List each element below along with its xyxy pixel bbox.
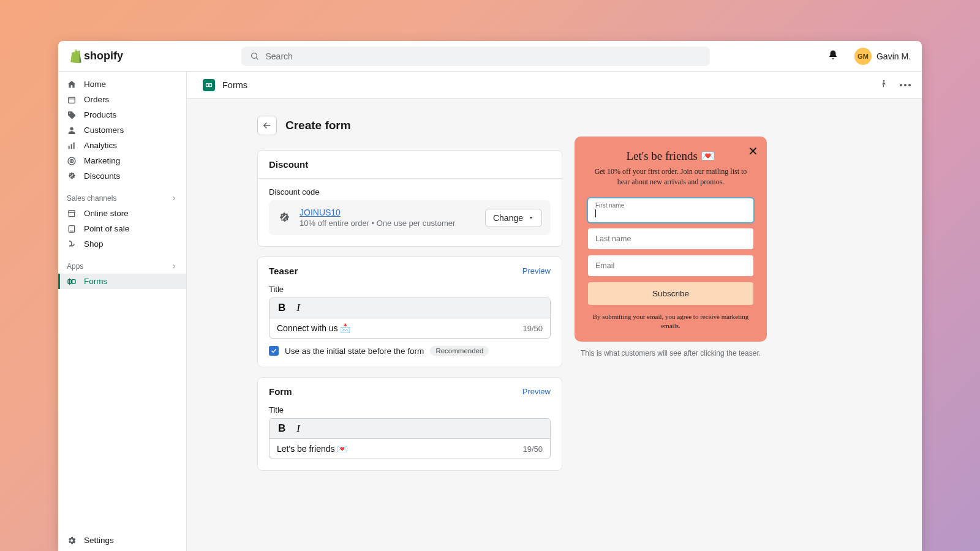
- sidebar-item-label: Shop: [84, 239, 104, 249]
- change-discount-button[interactable]: Change: [485, 209, 542, 227]
- sidebar-item-label: Analytics: [84, 141, 117, 150]
- sidebar-item-settings[interactable]: Settings: [58, 536, 186, 551]
- first-name-field[interactable]: First name: [588, 198, 753, 222]
- preview-legal-text: By submitting your email, you agree to r…: [588, 312, 753, 331]
- search-input[interactable]: Search: [241, 47, 710, 66]
- bold-button[interactable]: B: [278, 302, 285, 314]
- sidebar-item-orders[interactable]: Orders: [58, 92, 186, 107]
- form-title-editor: B I Let's be friends 💌 19/50: [269, 418, 551, 459]
- subscribe-button[interactable]: Subscribe: [588, 282, 753, 305]
- back-button[interactable]: [257, 116, 277, 135]
- sidebar-item-shop[interactable]: Shop: [58, 236, 186, 252]
- teaser-preview-link[interactable]: Preview: [522, 266, 551, 276]
- svg-point-0: [251, 53, 257, 58]
- text-cursor: [595, 209, 596, 217]
- arrow-left-icon: [262, 120, 273, 131]
- checkbox-label: Use as the initial state before the form: [285, 347, 424, 356]
- sidebar-item-pos[interactable]: Point of sale: [58, 221, 186, 236]
- sidebar-section-label: Sales channels: [67, 194, 116, 203]
- sidebar: Home Orders Products Customers Analytics…: [58, 72, 187, 551]
- sidebar-item-label: Orders: [84, 95, 109, 104]
- rte-toolbar: B I: [270, 419, 550, 439]
- sidebar-item-customers[interactable]: Customers: [58, 122, 186, 138]
- form-card: Form Preview Title B I Let: [257, 377, 562, 471]
- page-header: Forms: [187, 72, 922, 99]
- app-forms-icon: [203, 79, 215, 91]
- discount-card: Discount Discount code JOINUS10 10% off: [257, 150, 562, 247]
- close-icon[interactable]: ✕: [748, 144, 758, 159]
- form-preview-link[interactable]: Preview: [522, 387, 551, 396]
- page-title: Create form: [285, 119, 351, 132]
- home-icon: [67, 80, 77, 89]
- form-editor-column: Create form Discount Discount code: [257, 116, 562, 551]
- rte-toolbar: B I: [270, 298, 550, 318]
- discount-badge-icon: [277, 211, 291, 225]
- teaser-title-count: 19/50: [522, 324, 543, 333]
- sidebar-section-label: Apps: [67, 262, 83, 271]
- sidebar-section-apps[interactable]: Apps: [58, 259, 186, 274]
- sidebar-item-label: Point of sale: [84, 224, 129, 233]
- italic-button[interactable]: I: [296, 302, 300, 314]
- sidebar-item-home[interactable]: Home: [58, 77, 186, 92]
- svg-line-1: [256, 58, 258, 59]
- store-icon: [67, 209, 77, 219]
- sidebar-item-analytics[interactable]: Analytics: [58, 138, 186, 153]
- preview-footnote: This is what customers will see after cl…: [575, 349, 767, 358]
- sidebar-item-online-store[interactable]: Online store: [58, 206, 186, 221]
- sidebar-item-label: Forms: [84, 277, 107, 286]
- forms-icon: [67, 277, 77, 287]
- body: Home Orders Products Customers Analytics…: [58, 72, 922, 551]
- card-title: Discount: [269, 159, 308, 170]
- notifications-icon[interactable]: [827, 49, 839, 64]
- form-title-count: 19/50: [522, 444, 543, 454]
- search-placeholder: Search: [266, 51, 293, 61]
- sidebar-item-label: Marketing: [84, 156, 120, 165]
- first-name-label: First name: [595, 202, 746, 209]
- avatar: GM: [854, 48, 872, 65]
- pin-icon[interactable]: [879, 79, 889, 91]
- discount-code-link[interactable]: JOINUS10: [300, 208, 477, 217]
- user-menu[interactable]: GM Gavin M.: [854, 48, 911, 65]
- card-head-discount: Discount: [258, 151, 562, 179]
- svg-rect-15: [206, 83, 209, 86]
- sidebar-item-products[interactable]: Products: [58, 107, 186, 122]
- caret-down-icon: [528, 215, 534, 221]
- gear-icon: [67, 536, 77, 545]
- svg-rect-6: [74, 142, 75, 149]
- sidebar-item-forms[interactable]: Forms: [58, 274, 186, 289]
- initial-state-checkbox[interactable]: [269, 346, 279, 356]
- form-preview: ✕ Let's be friends 💌 Get 10% off your fi…: [575, 137, 767, 342]
- check-icon: [270, 347, 277, 354]
- discounts-icon: [67, 171, 77, 181]
- italic-button[interactable]: I: [296, 422, 300, 435]
- sidebar-item-label: Discounts: [84, 171, 120, 181]
- chevron-right-icon: [170, 263, 178, 270]
- topbar: shopify Search GM Gavin M.: [58, 41, 922, 72]
- teaser-title-editor: B I Connect with us 📩 19/50: [269, 298, 551, 339]
- bold-button[interactable]: B: [278, 422, 285, 435]
- sidebar-item-discounts[interactable]: Discounts: [58, 168, 186, 184]
- orders-icon: [67, 95, 77, 105]
- topbar-right: GM Gavin M.: [827, 48, 911, 65]
- logo[interactable]: shopify: [69, 49, 123, 63]
- card-title: Teaser: [269, 266, 298, 276]
- teaser-title-input[interactable]: Connect with us 📩 19/50: [270, 318, 550, 338]
- svg-rect-13: [72, 279, 75, 283]
- sidebar-item-marketing[interactable]: Marketing: [58, 153, 186, 168]
- last-name-field[interactable]: Last name: [588, 228, 753, 249]
- more-menu-icon[interactable]: [900, 84, 911, 86]
- sidebar-item-label: Online store: [84, 209, 129, 218]
- form-title-value: Let's be friends 💌: [277, 444, 347, 454]
- sidebar-item-label: Customers: [84, 126, 124, 135]
- card-title: Form: [269, 386, 292, 397]
- form-title-label: Title: [269, 405, 551, 414]
- analytics-icon: [67, 141, 77, 151]
- email-field[interactable]: Email: [588, 255, 753, 276]
- form-title-input[interactable]: Let's be friends 💌 19/50: [270, 439, 550, 459]
- svg-rect-4: [69, 146, 70, 149]
- svg-rect-16: [209, 83, 212, 86]
- sidebar-section-channels[interactable]: Sales channels: [58, 191, 186, 206]
- products-icon: [67, 110, 77, 120]
- svg-rect-5: [71, 144, 72, 149]
- teaser-title-value: Connect with us 📩: [277, 323, 351, 333]
